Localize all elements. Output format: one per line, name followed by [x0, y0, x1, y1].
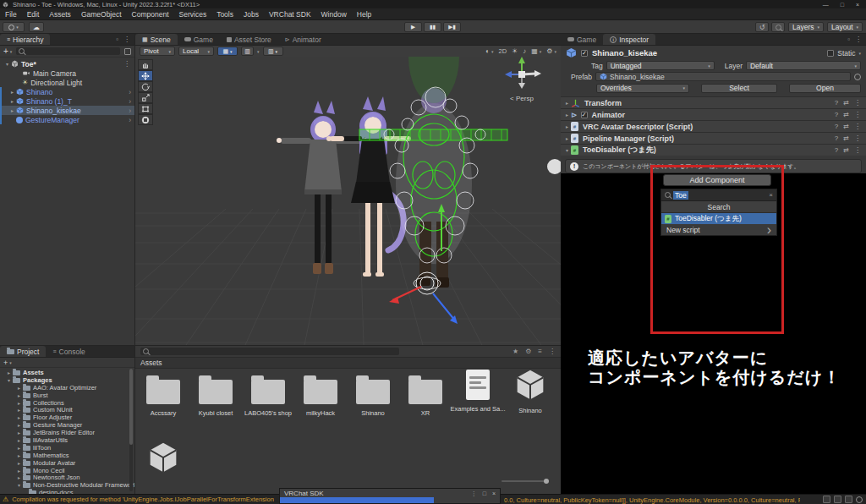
slider-thumb[interactable]	[544, 479, 549, 484]
project-scrollbar[interactable]	[129, 369, 133, 491]
asset-item-xr[interactable]: XR	[399, 373, 452, 417]
tab-console[interactable]: ≡ Console	[46, 346, 91, 357]
console-warning-icon[interactable]	[834, 496, 841, 503]
component-menu-icon[interactable]: ⋮	[854, 134, 861, 142]
presets-icon[interactable]: ⇄	[843, 134, 849, 142]
tab-animator[interactable]: ⊳ Animator	[278, 34, 328, 45]
menu-assets[interactable]: Assets	[44, 10, 76, 19]
tab-project[interactable]: Project	[0, 346, 46, 357]
tab-game[interactable]: Game	[178, 34, 220, 45]
component-menu-icon[interactable]: ⋮	[854, 123, 861, 130]
thumbnail-size-slider[interactable]	[502, 479, 549, 484]
scale-tool-button[interactable]	[138, 92, 153, 103]
hierarchy-item-shinano-kisekae[interactable]: ▸ Shinano_kisekae ›	[0, 106, 134, 115]
orientation-gizmo[interactable]: < Persp	[498, 52, 545, 102]
hierarchy-item-shinano-1-t[interactable]: ▸ Shinano (1)_T ›	[0, 96, 134, 106]
prefab-open-icon[interactable]: ›	[129, 116, 134, 124]
vrchat-sdk-window[interactable]: VRChat SDK ⋮ □ ×	[279, 488, 501, 504]
grid-visibility-toggle[interactable]: ▦▾	[217, 47, 238, 56]
expand-icon[interactable]: ▸	[563, 112, 571, 118]
pivot-toggle[interactable]: Pivot▾	[140, 47, 175, 56]
expand-icon[interactable]: ▸	[563, 123, 571, 129]
browser-menu-icon[interactable]: ⋮	[549, 348, 556, 355]
tag-dropdown[interactable]: Untagged▾	[606, 61, 715, 70]
project-tree-item[interactable]: ▸Floor Adjuster	[0, 414, 134, 421]
component-vrc-avatar-descriptor[interactable]: ▸ # VRC Avatar Descriptor (Script) ?⇄⋮	[561, 120, 866, 132]
status-message-left[interactable]: Compilation was requested for method 'Un…	[12, 496, 274, 503]
menu-window[interactable]: Window	[316, 10, 352, 19]
component-menu-icon[interactable]: ⋮	[854, 111, 861, 118]
project-tree-item[interactable]: ▾Packages	[0, 376, 134, 384]
play-button[interactable]: ▶	[404, 22, 422, 32]
project-tree-item[interactable]: ▸AAO: Avatar Optimizer	[0, 384, 134, 392]
asset-item-kyubi-closet[interactable]: Kyubi closet	[189, 373, 242, 417]
component-transform[interactable]: ▸ Transform ?⇄⋮	[561, 96, 866, 108]
presets-icon[interactable]: ⇄	[843, 123, 849, 130]
cloud-button[interactable]: ☁	[29, 22, 44, 32]
help-icon[interactable]: ?	[835, 99, 838, 107]
hierarchy-item-shinano[interactable]: ▸ Shinano ›	[0, 87, 134, 96]
layers-dropdown[interactable]: Layers▾	[788, 22, 824, 32]
layout-dropdown[interactable]: Layout▾	[827, 22, 863, 32]
gameobject-name[interactable]: Shinano_kisekae	[592, 48, 657, 58]
window-menu-icon[interactable]: ⋮	[471, 490, 477, 497]
project-tree-item[interactable]: ▸Mathematics	[0, 452, 134, 459]
component-result-item[interactable]: # ToeDisabler (つま先)	[661, 213, 776, 224]
project-tree-item[interactable]: ▸Custom NUnit	[0, 406, 134, 414]
move-tool-button[interactable]	[138, 70, 153, 81]
active-checkbox[interactable]: ✓	[581, 50, 588, 57]
help-icon[interactable]: ?	[835, 111, 838, 118]
hierarchy-item-gesturemanager[interactable]: GestureManager ›	[0, 115, 134, 124]
local-toggle[interactable]: Local▾	[178, 47, 214, 56]
hierarchy-search-input[interactable]	[16, 47, 120, 55]
search-button[interactable]	[771, 22, 785, 32]
expand-icon[interactable]: ▸	[8, 89, 16, 95]
lock-icon[interactable]: ▫	[116, 36, 118, 43]
component-pipeline-manager[interactable]: ▸ # Pipeline Manager (Script) ?⇄⋮	[561, 132, 866, 144]
component-menu-icon[interactable]: ⋮	[854, 99, 861, 107]
undo-history-button[interactable]: ↺	[755, 22, 769, 32]
breadcrumb-label[interactable]: Assets	[140, 359, 162, 367]
menu-jobs[interactable]: Jobs	[238, 10, 264, 19]
panel-menu-icon[interactable]: ⋮	[855, 36, 862, 43]
presets-icon[interactable]: ⇄	[843, 111, 849, 118]
console-error-icon[interactable]	[845, 496, 852, 503]
lock-icon[interactable]: ▫	[847, 36, 850, 43]
asset-item-examples[interactable]: Examples and Sa...	[452, 370, 504, 413]
prefab-field[interactable]: Shinano_kisekae	[595, 72, 851, 81]
hierarchy-item-directional-light[interactable]: ☀ Directional Light	[0, 78, 134, 87]
scene-picker-icon[interactable]	[124, 48, 131, 55]
tool-settings-toggle[interactable]: ▥▾	[263, 47, 283, 56]
menu-gameobject[interactable]: GameObject	[76, 10, 127, 19]
project-tree-item[interactable]: ▾Non-Destructive Modular Framework	[0, 481, 134, 489]
tab-inspector[interactable]: i Inspector	[603, 34, 655, 45]
create-dropdown-icon[interactable]: ▾	[10, 49, 13, 54]
menu-file[interactable]: File	[0, 10, 22, 19]
panel-menu-icon[interactable]: ⋮	[123, 36, 130, 43]
prefab-picker-icon[interactable]	[854, 74, 861, 80]
component-toedisabler[interactable]: ▾ # ToeDisabler (つま先) ?⇄⋮	[561, 144, 866, 156]
project-tree-item[interactable]: ▸JetBrains Rider Editor	[0, 429, 134, 436]
project-tree-item[interactable]: ▸Modular Avatar	[0, 459, 134, 467]
tab-game[interactable]: Game	[561, 34, 603, 45]
asset-search-input[interactable]	[140, 348, 399, 355]
open-button[interactable]: Open	[789, 84, 861, 93]
shading-mode-dropdown[interactable]: ◐▾	[485, 47, 493, 55]
asset-item-accssary[interactable]: Accssary	[137, 373, 189, 417]
tab-asset-store[interactable]: Asset Store	[220, 34, 278, 45]
expand-icon[interactable]: ▸	[8, 107, 16, 113]
account-button[interactable]: ▾	[3, 22, 25, 32]
menu-component[interactable]: Component	[127, 10, 174, 19]
settings-icon[interactable]: ⚙	[525, 348, 531, 355]
rect-tool-button[interactable]	[138, 103, 153, 114]
minimize-icon[interactable]: —	[823, 2, 829, 8]
menu-edit[interactable]: Edit	[22, 10, 45, 19]
asset-item-milkyhack[interactable]: milkyHack	[294, 373, 347, 417]
tab-scene[interactable]: ▦ Scene	[135, 34, 178, 45]
asset-item-shinano-package[interactable]: Shinano	[504, 368, 556, 414]
prefab-open-icon[interactable]: ›	[129, 97, 134, 106]
menu-help[interactable]: Help	[352, 10, 376, 19]
pause-button[interactable]: ▮▮	[424, 22, 441, 32]
menu-tools[interactable]: Tools	[211, 10, 238, 19]
project-tree-item[interactable]: ▸lilAvatarUtils	[0, 436, 134, 444]
